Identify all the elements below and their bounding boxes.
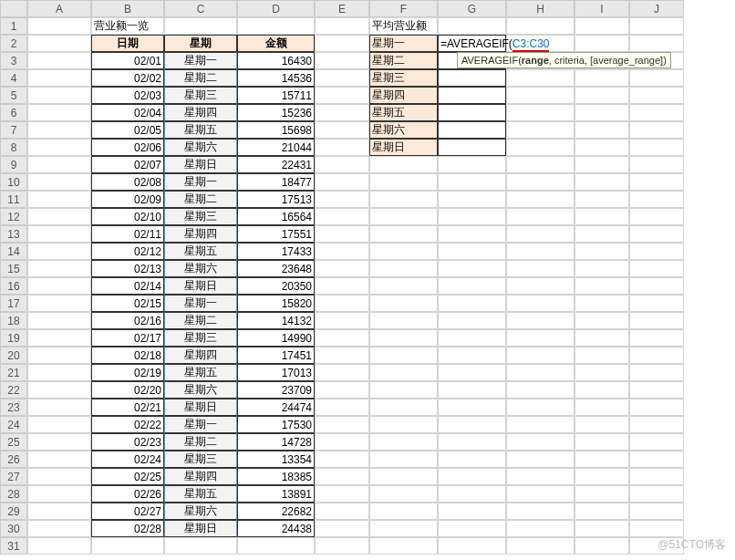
cell[interactable] — [438, 329, 506, 347]
row-header[interactable]: 19 — [0, 329, 27, 347]
cell[interactable] — [369, 277, 438, 295]
cell[interactable] — [438, 347, 506, 364]
cell[interactable] — [438, 364, 506, 381]
cell[interactable] — [506, 277, 575, 295]
cell[interactable] — [315, 156, 369, 173]
cell[interactable] — [369, 295, 438, 312]
cell[interactable] — [315, 52, 369, 69]
cell[interactable]: 星期五 — [164, 121, 237, 139]
cell[interactable] — [629, 69, 684, 87]
col-header[interactable]: J — [629, 0, 684, 17]
cell[interactable] — [438, 104, 506, 121]
cell[interactable] — [438, 312, 506, 329]
cell[interactable] — [27, 17, 91, 35]
row-header[interactable]: 26 — [0, 451, 27, 468]
cell[interactable]: 02/26 — [91, 485, 164, 503]
cell[interactable] — [629, 468, 684, 485]
cell[interactable]: 17013 — [237, 364, 315, 381]
cell[interactable] — [575, 225, 629, 243]
cell[interactable] — [629, 243, 684, 260]
cell[interactable] — [369, 381, 438, 399]
cell[interactable]: 星期三 — [164, 451, 237, 468]
cell[interactable] — [438, 485, 506, 503]
cell[interactable] — [315, 191, 369, 208]
row-header[interactable]: 1 — [0, 17, 27, 35]
cell[interactable] — [575, 381, 629, 399]
cell[interactable] — [629, 503, 684, 520]
cell[interactable] — [629, 381, 684, 399]
cell[interactable] — [27, 381, 91, 399]
cell[interactable]: 02/01 — [91, 52, 164, 69]
cell[interactable]: 02/16 — [91, 312, 164, 329]
cell[interactable] — [27, 520, 91, 537]
cell[interactable]: 星期日 — [164, 277, 237, 295]
cell[interactable] — [506, 87, 575, 104]
cell[interactable] — [237, 17, 315, 35]
cell[interactable] — [27, 69, 91, 87]
cell[interactable] — [575, 208, 629, 225]
cell[interactable] — [506, 121, 575, 139]
cell[interactable]: 16564 — [237, 208, 315, 225]
cell[interactable] — [369, 191, 438, 208]
cell[interactable]: 02/11 — [91, 225, 164, 243]
cell[interactable] — [506, 17, 575, 35]
cell[interactable] — [438, 191, 506, 208]
cell[interactable] — [315, 139, 369, 156]
cell[interactable]: 星期一 — [164, 295, 237, 312]
cell[interactable] — [315, 451, 369, 468]
cell[interactable]: 18477 — [237, 173, 315, 191]
cell[interactable] — [506, 260, 575, 277]
cell[interactable] — [438, 295, 506, 312]
cell[interactable] — [369, 433, 438, 451]
cell[interactable] — [629, 277, 684, 295]
cell[interactable] — [438, 520, 506, 537]
cell[interactable]: 02/07 — [91, 156, 164, 173]
cell[interactable] — [438, 87, 506, 104]
cell[interactable] — [629, 104, 684, 121]
cell[interactable] — [27, 329, 91, 347]
cell[interactable]: 17433 — [237, 243, 315, 260]
cell[interactable] — [315, 312, 369, 329]
cell[interactable]: 星期一 — [164, 52, 237, 69]
cell[interactable] — [629, 87, 684, 104]
cell[interactable] — [27, 156, 91, 173]
cell[interactable] — [315, 104, 369, 121]
cell[interactable]: 星期五 — [164, 243, 237, 260]
row-header[interactable]: 30 — [0, 520, 27, 537]
cell[interactable] — [315, 329, 369, 347]
cell[interactable] — [629, 295, 684, 312]
row-header[interactable]: 8 — [0, 139, 27, 156]
cell[interactable] — [629, 433, 684, 451]
cell[interactable]: 14728 — [237, 433, 315, 451]
row-header[interactable]: 21 — [0, 364, 27, 381]
cell[interactable] — [369, 468, 438, 485]
cell[interactable]: 02/03 — [91, 87, 164, 104]
cell[interactable]: 星期六 — [369, 121, 438, 139]
cell[interactable] — [575, 312, 629, 329]
cell[interactable]: 星期二 — [164, 69, 237, 87]
cell[interactable] — [315, 121, 369, 139]
col-header[interactable]: I — [575, 0, 629, 17]
cell[interactable] — [506, 156, 575, 173]
cell[interactable]: 星期日 — [164, 156, 237, 173]
cell[interactable] — [315, 17, 369, 35]
cell[interactable]: 星期二 — [369, 52, 438, 69]
cell[interactable] — [438, 468, 506, 485]
cell[interactable] — [315, 433, 369, 451]
cell[interactable] — [315, 277, 369, 295]
cell[interactable] — [506, 364, 575, 381]
cell[interactable] — [506, 312, 575, 329]
cell[interactable]: 22431 — [237, 156, 315, 173]
cell[interactable] — [315, 347, 369, 364]
cell[interactable] — [438, 277, 506, 295]
cell[interactable] — [315, 225, 369, 243]
row-header[interactable]: 10 — [0, 173, 27, 191]
cell[interactable] — [629, 156, 684, 173]
cell[interactable] — [369, 347, 438, 364]
cell[interactable]: 02/18 — [91, 347, 164, 364]
cell[interactable] — [27, 260, 91, 277]
cell[interactable] — [438, 537, 506, 555]
cell[interactable] — [27, 451, 91, 468]
row-header[interactable]: 16 — [0, 277, 27, 295]
formula-cell[interactable]: =AVERAGEIF(C3:C30AVERAGEIF(range, criter… — [438, 35, 506, 52]
